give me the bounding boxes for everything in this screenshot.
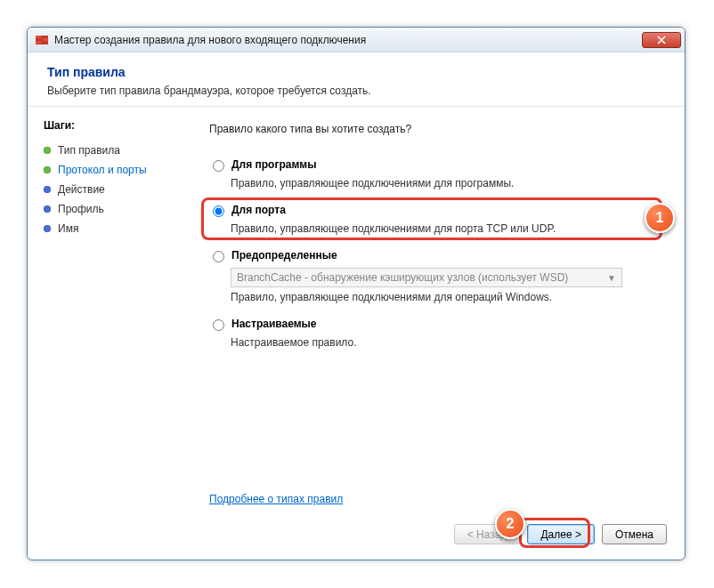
chevron-down-icon: ▼ bbox=[607, 273, 616, 283]
step-profile[interactable]: Профиль bbox=[44, 199, 179, 219]
titlebar: Мастер создания правила для нового входя… bbox=[28, 28, 685, 52]
window-title: Мастер создания правила для нового входя… bbox=[54, 34, 642, 46]
body: Шаги: Тип правила Протокол и порты Дейст… bbox=[28, 107, 685, 557]
steps-heading: Шаги: bbox=[44, 119, 179, 132]
option-predefined-label: Предопределенные bbox=[231, 249, 337, 262]
svg-rect-1 bbox=[36, 36, 41, 38]
step-rule-type[interactable]: Тип правила bbox=[44, 141, 179, 160]
step-name[interactable]: Имя bbox=[44, 219, 179, 238]
page-title: Тип правила bbox=[47, 65, 665, 79]
step-protocol-ports[interactable]: Протокол и порты bbox=[44, 160, 179, 180]
sidebar: Шаги: Тип правила Протокол и порты Дейст… bbox=[28, 107, 188, 557]
step-label: Тип правила bbox=[58, 144, 120, 157]
step-label: Протокол и порты bbox=[58, 164, 147, 176]
next-button[interactable]: Далее > bbox=[527, 524, 595, 544]
content-panel: Правило какого типа вы хотите создать? Д… bbox=[188, 107, 685, 557]
step-label: Профиль bbox=[58, 203, 104, 215]
annotation-marker-1: 1 bbox=[645, 203, 675, 233]
step-label: Действие bbox=[58, 183, 105, 196]
radio-predefined[interactable] bbox=[213, 251, 224, 262]
step-label: Имя bbox=[58, 222, 78, 235]
option-predefined-desc: Правило, управляющее подключениями для о… bbox=[231, 291, 663, 303]
learn-more-link[interactable]: Подробнее о типах правил bbox=[209, 493, 343, 505]
option-program-label: Для программы bbox=[231, 158, 316, 171]
annotation-marker-2: 2 bbox=[495, 509, 525, 539]
option-port[interactable]: Для порта bbox=[209, 202, 663, 219]
svg-rect-3 bbox=[36, 41, 41, 44]
option-custom[interactable]: Настраиваемые bbox=[209, 316, 663, 333]
radio-port[interactable] bbox=[213, 205, 224, 217]
option-port-desc: Правило, управляющее подключениями для п… bbox=[231, 222, 663, 235]
prompt-text: Правило какого типа вы хотите создать? bbox=[209, 123, 663, 135]
bullet-icon bbox=[44, 205, 51, 213]
predefined-select: BranchCache - обнаружение кэширующих узл… bbox=[231, 268, 622, 287]
bullet-icon bbox=[44, 147, 51, 154]
bullet-icon bbox=[44, 166, 51, 173]
svg-rect-2 bbox=[43, 38, 48, 41]
option-custom-label: Настраиваемые bbox=[231, 318, 316, 330]
option-predefined[interactable]: Предопределенные bbox=[209, 247, 663, 264]
help-link-area: Подробнее о типах правил bbox=[209, 493, 343, 505]
button-bar: < Назад Далее > Отмена bbox=[454, 524, 667, 544]
option-program-desc: Правило, управляющее подключениями для п… bbox=[231, 177, 663, 189]
radio-custom[interactable] bbox=[213, 319, 224, 331]
option-program[interactable]: Для программы bbox=[209, 157, 663, 173]
wizard-window: Мастер создания правила для нового входя… bbox=[27, 27, 686, 560]
bullet-icon bbox=[44, 225, 51, 232]
predefined-select-value: BranchCache - обнаружение кэширующих узл… bbox=[237, 271, 568, 284]
step-action[interactable]: Действие bbox=[44, 180, 179, 199]
cancel-button[interactable]: Отмена bbox=[602, 524, 667, 544]
close-icon bbox=[657, 36, 666, 44]
radio-program[interactable] bbox=[213, 160, 224, 172]
firewall-icon bbox=[35, 33, 49, 47]
header: Тип правила Выберите тип правила брандма… bbox=[28, 52, 685, 107]
close-button[interactable] bbox=[642, 32, 681, 48]
page-subtitle: Выберите тип правила брандмауэра, которо… bbox=[47, 85, 665, 97]
option-custom-desc: Настраиваемое правило. bbox=[231, 336, 663, 349]
bullet-icon bbox=[44, 186, 51, 193]
option-port-label: Для порта bbox=[231, 204, 286, 216]
